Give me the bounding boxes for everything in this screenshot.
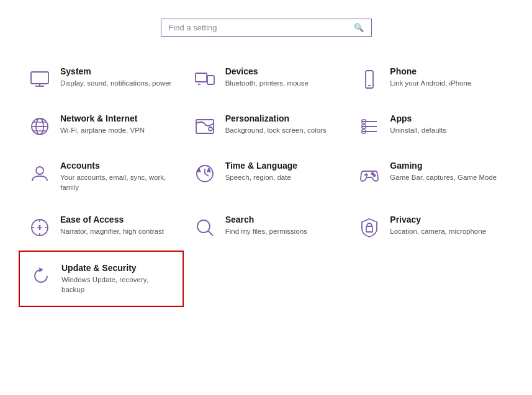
system-title: System: [60, 66, 171, 76]
personalization-icon: [193, 115, 217, 138]
settings-item-ease[interactable]: Ease of Access Narrator, magnifier, high…: [19, 203, 184, 251]
search-input[interactable]: [169, 23, 354, 32]
search-icon: 🔍: [354, 23, 364, 32]
settings-grid: System Display, sound, notifications, po…: [0, 49, 532, 307]
settings-item-devices[interactable]: Devices Bluetooth, printers, mouse: [184, 55, 349, 102]
gaming-text: Gaming Game Bar, captures, Game Mode: [390, 161, 497, 182]
ease-title: Ease of Access: [60, 215, 164, 224]
update-subtitle: Windows Update, recovery, backup: [61, 275, 173, 295]
system-icon: [28, 68, 52, 91]
network-icon: [28, 115, 52, 138]
gaming-title: Gaming: [390, 161, 497, 171]
ease-text: Ease of Access Narrator, magnifier, high…: [60, 215, 164, 236]
settings-item-network[interactable]: Network & Internet Wi-Fi, airplane mode,…: [19, 102, 184, 149]
system-text: System Display, sound, notifications, po…: [60, 66, 171, 88]
system-subtitle: Display, sound, notifications, power: [60, 78, 171, 88]
svg-rect-3: [196, 73, 207, 82]
svg-line-37: [208, 231, 213, 236]
time-title: Time & Language: [225, 161, 297, 171]
update-title: Update & Security: [61, 263, 173, 273]
svg-point-21: [36, 167, 43, 174]
network-subtitle: Wi-Fi, airplane mode, VPN: [60, 125, 145, 135]
settings-item-search[interactable]: Search Find my files, permissions: [184, 203, 349, 251]
svg-point-29: [372, 173, 374, 175]
phone-icon: [358, 68, 381, 91]
apps-subtitle: Uninstall, defaults: [390, 125, 446, 135]
svg-rect-38: [366, 226, 372, 232]
settings-item-phone[interactable]: Phone Link your Android, iPhone: [348, 55, 513, 102]
accounts-icon: [28, 162, 52, 185]
devices-subtitle: Bluetooth, printers, mouse: [225, 78, 309, 88]
accounts-subtitle: Your accounts, email, sync, work, family: [60, 172, 174, 192]
update-text: Update & Security Windows Update, recove…: [61, 263, 173, 295]
phone-subtitle: Link your Android, iPhone: [390, 78, 471, 88]
ease-icon: [28, 216, 52, 239]
search-container: 🔍: [0, 0, 532, 49]
svg-point-30: [374, 175, 376, 177]
svg-line-24: [205, 174, 209, 176]
privacy-subtitle: Location, camera, microphone: [390, 226, 486, 236]
phone-title: Phone: [390, 66, 471, 76]
apps-icon: [358, 115, 381, 138]
privacy-icon: [358, 216, 381, 239]
network-text: Network & Internet Wi-Fi, airplane mode,…: [60, 113, 145, 135]
settings-item-privacy[interactable]: Privacy Location, camera, microphone: [348, 203, 513, 251]
settings-item-system[interactable]: System Display, sound, notifications, po…: [19, 55, 184, 102]
network-title: Network & Internet: [60, 113, 145, 123]
update-icon: [29, 264, 53, 288]
svg-text:A: A: [197, 168, 201, 172]
svg-text:A: A: [207, 168, 210, 172]
apps-title: Apps: [390, 113, 446, 123]
accounts-text: Accounts Your accounts, email, sync, wor…: [60, 161, 174, 192]
svg-rect-4: [207, 76, 214, 84]
search-icon: [193, 216, 217, 239]
svg-rect-0: [31, 72, 48, 84]
settings-item-apps[interactable]: Apps Uninstall, defaults: [348, 102, 513, 149]
gaming-icon: [358, 162, 381, 185]
settings-item-gaming[interactable]: Gaming Game Bar, captures, Game Mode: [348, 149, 513, 203]
phone-text: Phone Link your Android, iPhone: [390, 66, 471, 88]
gaming-subtitle: Game Bar, captures, Game Mode: [390, 172, 497, 182]
settings-item-update[interactable]: Update & Security Windows Update, recove…: [19, 251, 184, 307]
settings-item-accounts[interactable]: Accounts Your accounts, email, sync, wor…: [19, 149, 184, 203]
search-title: Search: [225, 215, 307, 224]
privacy-title: Privacy: [390, 215, 486, 224]
svg-point-14: [209, 127, 212, 131]
devices-icon: [193, 68, 217, 91]
ease-subtitle: Narrator, magnifier, high contrast: [60, 226, 164, 236]
search-box: 🔍: [161, 19, 372, 37]
accounts-title: Accounts: [60, 161, 174, 171]
search-text: Search Find my files, permissions: [225, 215, 307, 236]
personalization-subtitle: Background, lock screen, colors: [225, 125, 327, 135]
devices-title: Devices: [225, 66, 309, 76]
time-icon: A A: [193, 162, 217, 185]
search-subtitle: Find my files, permissions: [225, 226, 307, 236]
apps-text: Apps Uninstall, defaults: [390, 113, 446, 135]
devices-text: Devices Bluetooth, printers, mouse: [225, 66, 309, 88]
time-text: Time & Language Speech, region, date: [225, 161, 297, 182]
personalization-text: Personalization Background, lock screen,…: [225, 113, 327, 135]
settings-item-personalization[interactable]: Personalization Background, lock screen,…: [184, 102, 349, 149]
time-subtitle: Speech, region, date: [225, 172, 297, 182]
personalization-title: Personalization: [225, 113, 327, 123]
settings-item-time[interactable]: A A Time & Language Speech, region, date: [184, 149, 349, 203]
privacy-text: Privacy Location, camera, microphone: [390, 215, 486, 236]
